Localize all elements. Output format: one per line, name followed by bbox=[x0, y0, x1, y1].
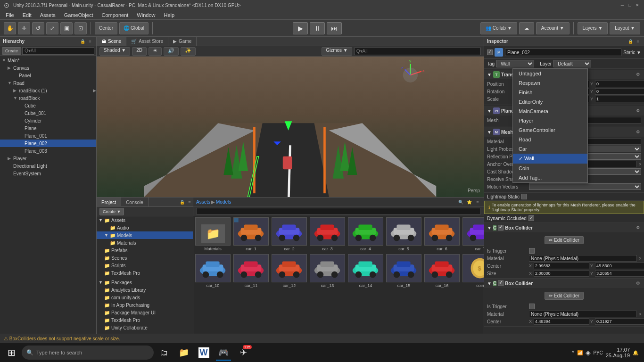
taskbar-app-unity[interactable]: 🎮 bbox=[214, 344, 233, 361]
proj-scenes[interactable]: 📁 Scenes bbox=[97, 254, 193, 262]
bc1-cx-input[interactable] bbox=[534, 263, 589, 269]
tool-rotate[interactable]: ↺ bbox=[32, 22, 44, 34]
hierarchy-search[interactable] bbox=[22, 47, 94, 55]
asset-car7[interactable]: car_7 bbox=[462, 217, 484, 251]
tree-item-cube[interactable]: Cube bbox=[0, 102, 96, 109]
tree-item-roadblock[interactable]: ▼ roadBlock bbox=[0, 94, 96, 102]
2d-btn[interactable]: 2D bbox=[132, 47, 147, 56]
bc2-mat-input[interactable] bbox=[529, 311, 637, 317]
hierarchy-menu-icon[interactable]: ≡ bbox=[87, 38, 93, 45]
asset-materials-folder[interactable]: 📁 Materials bbox=[195, 217, 231, 251]
tag-dropdown-select[interactable]: Wall bbox=[496, 60, 534, 67]
proj-textmesh2[interactable]: 📁 TextMesh Pro bbox=[97, 316, 193, 324]
tree-item-cylinder[interactable]: Cylinder bbox=[0, 117, 96, 124]
tree-item-eventsystem[interactable]: EventSystem bbox=[0, 170, 96, 177]
restore-btn[interactable]: □ bbox=[627, 2, 633, 8]
tree-item-cube001[interactable]: Cube_001 bbox=[0, 109, 96, 117]
collab-btn[interactable]: 👥 Collab ▼ bbox=[480, 22, 517, 34]
project-create-btn[interactable]: Create ▼ bbox=[99, 208, 124, 215]
mr-settings-icon[interactable]: ⚙ bbox=[635, 129, 641, 135]
asset-car13[interactable]: car_13 bbox=[310, 254, 345, 288]
step-btn[interactable]: ⏭ bbox=[327, 22, 342, 34]
bc1-mat-input[interactable] bbox=[529, 255, 637, 262]
layer-dropdown-select[interactable]: Default bbox=[553, 60, 591, 67]
asset-car3[interactable]: car_3 bbox=[310, 217, 345, 251]
tree-item-road[interactable]: ▼ Road bbox=[0, 79, 96, 87]
effects-btn[interactable]: ✨ bbox=[181, 47, 196, 56]
rot-y-input[interactable] bbox=[595, 88, 644, 95]
tree-item-plane003[interactable]: Plane_003 bbox=[0, 147, 96, 155]
asset-car6[interactable]: car_6 bbox=[424, 217, 460, 251]
assets-search-icon[interactable]: 🔍 bbox=[457, 199, 464, 206]
tree-item-player[interactable]: ▶ Player bbox=[0, 155, 96, 162]
asset-car11[interactable]: car_11 bbox=[233, 254, 269, 288]
account-btn[interactable]: Account ▼ bbox=[536, 22, 570, 34]
tab-console[interactable]: Console bbox=[121, 197, 149, 207]
tool-move[interactable]: ✛ bbox=[18, 22, 30, 34]
pause-btn[interactable]: ⏸ bbox=[310, 22, 325, 34]
bc1-header[interactable]: ▼ C Box Collider ⚙ bbox=[484, 223, 644, 232]
bc2-cx-input[interactable] bbox=[534, 318, 589, 325]
tag-untagged[interactable]: Untagged bbox=[513, 69, 587, 78]
proj-packages[interactable]: ▼ 📁 Packages bbox=[97, 279, 193, 286]
assets-menu-icon[interactable]: ≡ bbox=[474, 199, 481, 206]
asset-car5[interactable]: car_5 bbox=[386, 217, 421, 251]
bc2-enable-cb[interactable] bbox=[498, 280, 504, 286]
hierarchy-create-btn[interactable]: Create bbox=[2, 47, 21, 55]
tag-respawn[interactable]: Respawn bbox=[513, 78, 587, 88]
tab-project[interactable]: Project bbox=[97, 197, 121, 207]
tag-road[interactable]: Road bbox=[513, 135, 587, 144]
assets-search-input[interactable] bbox=[196, 208, 481, 214]
proj-audio[interactable]: 📁 Audio bbox=[97, 224, 193, 231]
tool-transform[interactable]: ⊡ bbox=[74, 22, 87, 34]
tree-item-plane[interactable]: Plane bbox=[0, 124, 96, 132]
proj-analytics[interactable]: 📁 Analytics Library bbox=[97, 286, 193, 294]
inspector-lock-icon[interactable]: 🔒 bbox=[627, 38, 634, 45]
menu-component[interactable]: Component bbox=[98, 11, 132, 19]
inspector-menu-icon[interactable]: ≡ bbox=[635, 38, 641, 45]
taskbar-start-btn[interactable]: ⊞ bbox=[2, 344, 21, 361]
taskbar-app-explorer[interactable]: 📁 bbox=[174, 344, 193, 361]
obj-name-input[interactable] bbox=[505, 49, 621, 56]
project-menu-icon[interactable]: ≡ bbox=[186, 199, 193, 206]
lightmap-cb[interactable] bbox=[521, 194, 527, 199]
gizmos-btn[interactable]: Gizmos ▼ bbox=[322, 47, 352, 56]
light-btn[interactable]: ☀ bbox=[149, 47, 162, 56]
breadcrumb-assets[interactable]: Assets bbox=[196, 199, 210, 205]
asset-car2[interactable]: car_2 bbox=[272, 217, 307, 251]
close-btn[interactable]: ✕ bbox=[635, 2, 640, 8]
bc1-sx-input[interactable] bbox=[534, 270, 589, 277]
menu-gameobject[interactable]: GameObject bbox=[60, 11, 97, 19]
taskbar-search[interactable]: 🔍 Type here to search bbox=[22, 346, 154, 360]
scale-y-input[interactable] bbox=[595, 96, 644, 102]
asset-car10[interactable]: car_10 bbox=[195, 254, 231, 288]
shaded-btn[interactable]: Shaded ▼ bbox=[99, 47, 130, 56]
bc2-settings-icon[interactable]: ⚙ bbox=[635, 280, 641, 287]
asset-car14[interactable]: car_14 bbox=[348, 254, 383, 288]
tab-game[interactable]: ▶ Game bbox=[168, 37, 197, 46]
tree-item-plane001[interactable]: Plane_001 bbox=[0, 132, 96, 140]
obj-enabled-cb[interactable] bbox=[487, 49, 493, 55]
tag-wall[interactable]: ✓ Wall bbox=[513, 154, 587, 164]
proj-prefabs[interactable]: 📁 Prefabs bbox=[97, 247, 193, 254]
pos-y-input[interactable] bbox=[595, 81, 644, 87]
project-lock-icon[interactable]: 🔒 bbox=[179, 199, 185, 206]
breadcrumb-models[interactable]: Models bbox=[216, 199, 231, 205]
play-btn[interactable]: ▶ bbox=[293, 22, 308, 34]
tree-item-plane002[interactable]: Plane_002 bbox=[0, 140, 96, 147]
asset-car1[interactable]: car_1 bbox=[233, 217, 269, 251]
bc1-enable-cb[interactable] bbox=[498, 225, 504, 230]
transform-settings-icon[interactable]: ⚙ bbox=[635, 71, 641, 78]
scene-search[interactable] bbox=[354, 48, 481, 55]
motion-select[interactable] bbox=[529, 183, 641, 190]
layers-btn[interactable]: Layers ▼ bbox=[578, 22, 608, 34]
tool-rect[interactable]: ▣ bbox=[60, 22, 73, 34]
edit-collider-2-btn[interactable]: ✏ Edit Collider bbox=[545, 292, 584, 300]
assets-star-icon[interactable]: ⭐ bbox=[466, 199, 472, 206]
tag-gamecontroller[interactable]: GameController bbox=[513, 125, 587, 135]
proj-pkgui[interactable]: 📁 Package Manager UI bbox=[97, 309, 193, 316]
bc2-cy-input[interactable] bbox=[595, 318, 644, 325]
taskbar-app-telegram[interactable]: ✈ 115 bbox=[234, 344, 253, 361]
proj-ads[interactable]: 📁 com.unity.ads bbox=[97, 294, 193, 301]
tree-item-panel[interactable]: Panel bbox=[0, 72, 96, 79]
